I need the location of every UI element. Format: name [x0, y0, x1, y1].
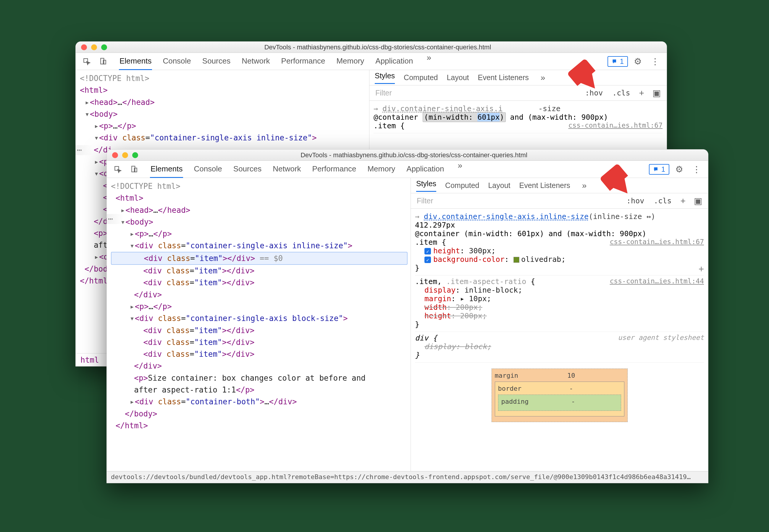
subtab-computed[interactable]: Computed: [445, 181, 479, 190]
more-tabs-icon[interactable]: »: [424, 53, 435, 70]
sidebar-toggle-icon[interactable]: ▣: [650, 88, 663, 98]
sidebar-toggle-icon[interactable]: ▣: [692, 196, 705, 206]
issues-badge[interactable]: 1: [649, 164, 669, 175]
box-model: margin10 border- padding-: [492, 369, 628, 422]
menu-icon[interactable]: ⋮: [689, 164, 704, 174]
gutter-ellipsis-icon: ⋯: [107, 214, 124, 224]
maximize-icon[interactable]: [132, 152, 138, 158]
subtab-styles[interactable]: Styles: [375, 72, 395, 84]
styles-subtabs: Styles Computed Layout Event Listeners »: [411, 178, 708, 193]
window-title: DevTools - mathiasbynens.github.io/css-d…: [112, 43, 667, 51]
subtab-layout[interactable]: Layout: [447, 73, 469, 82]
dom-node-selected[interactable]: <div class="item"></div> == $0: [111, 252, 408, 265]
subtab-computed[interactable]: Computed: [404, 73, 438, 82]
style-rule: user agent stylesheetdiv { display: bloc…: [415, 332, 704, 363]
tab-memory[interactable]: Memory: [367, 161, 396, 178]
inspect-icon[interactable]: [80, 56, 93, 67]
tab-sources[interactable]: Sources: [233, 161, 262, 178]
selector-link[interactable]: div.container-single-axis.inline-size: [424, 212, 589, 221]
window-title: DevTools - mathiasbynens.github.io/css-d…: [143, 151, 708, 159]
container-rule: @container (min-width: 601px) and (max-w…: [415, 229, 704, 238]
subtab-listeners[interactable]: Event Listeners: [478, 73, 529, 82]
source-link[interactable]: css-contain…ies.html:44: [610, 277, 704, 285]
new-rule-icon[interactable]: +: [678, 196, 688, 206]
style-rule: css-contain…ies.html:44.item, .item-aspe…: [415, 275, 704, 332]
subtab-styles[interactable]: Styles: [416, 179, 436, 192]
traffic-lights: [107, 152, 143, 158]
maximize-icon[interactable]: [101, 44, 107, 50]
tab-performance[interactable]: Performance: [281, 53, 326, 70]
tab-console[interactable]: Console: [193, 161, 222, 178]
tab-performance[interactable]: Performance: [312, 161, 357, 178]
inspect-icon[interactable]: [111, 164, 124, 175]
close-icon[interactable]: [81, 44, 87, 50]
tab-console[interactable]: Console: [162, 53, 191, 70]
tab-elements[interactable]: Elements: [150, 161, 183, 178]
source-link[interactable]: css-contain…ies.html:67: [569, 121, 663, 129]
more-subtabs-icon[interactable]: »: [579, 181, 590, 190]
tab-network[interactable]: Network: [272, 161, 301, 178]
subtab-layout[interactable]: Layout: [488, 181, 510, 190]
style-rule: → div.container-single-axis.inline-size(…: [415, 210, 704, 275]
style-rule: → div.container-single-axis.i -size @con…: [373, 103, 663, 133]
more-tabs-icon[interactable]: »: [455, 161, 466, 178]
checkbox-icon[interactable]: ✓: [425, 248, 431, 254]
tab-memory[interactable]: Memory: [336, 53, 365, 70]
tab-network[interactable]: Network: [241, 53, 270, 70]
tab-elements[interactable]: Elements: [119, 53, 152, 70]
device-mode-icon[interactable]: [127, 164, 141, 175]
tab-application[interactable]: Application: [406, 161, 445, 178]
titlebar: DevTools - mathiasbynens.github.io/css-d…: [107, 150, 708, 161]
dom-node[interactable]: <!DOCTYPE html>: [80, 72, 366, 84]
styles-subtabs: Styles Computed Layout Event Listeners »: [369, 70, 667, 85]
color-swatch-icon[interactable]: [514, 257, 519, 263]
selector-link[interactable]: div.container-single-axis.i: [382, 104, 503, 113]
more-subtabs-icon[interactable]: »: [538, 73, 548, 82]
minimize-icon[interactable]: [91, 44, 97, 50]
subtab-listeners[interactable]: Event Listeners: [519, 181, 570, 190]
dom-tree-panel: ⋯ <!DOCTYPE html> <html> ▸<head>…</head>…: [107, 178, 411, 471]
main-tabs: Elements Console Sources Network Perform…: [150, 161, 465, 178]
styles-panel: Styles Computed Layout Event Listeners »…: [411, 178, 708, 471]
settings-icon[interactable]: ⚙: [631, 56, 645, 67]
ua-stylesheet-note: user agent stylesheet: [618, 334, 704, 341]
close-icon[interactable]: [112, 152, 118, 158]
cls-button[interactable]: .cls: [651, 195, 674, 206]
rule-selector: .item {: [373, 121, 405, 130]
statusbar: devtools://devtools/bundled/devtools_app…: [107, 471, 708, 483]
dom-node[interactable]: <!DOCTYPE html>: [111, 180, 408, 192]
container-px: 412.297px: [415, 221, 704, 229]
device-mode-icon[interactable]: [96, 56, 110, 67]
menu-icon[interactable]: ⋮: [648, 56, 663, 67]
minimize-icon[interactable]: [122, 152, 128, 158]
tab-application[interactable]: Application: [375, 53, 414, 70]
filter-input[interactable]: Filter: [373, 87, 579, 98]
titlebar: DevTools - mathiasbynens.github.io/css-d…: [76, 42, 667, 53]
cls-button[interactable]: .cls: [609, 87, 633, 98]
issues-badge[interactable]: 1: [608, 56, 628, 67]
gutter-ellipsis-icon: ⋯: [76, 145, 93, 155]
crumb-html[interactable]: html: [80, 356, 99, 364]
checkbox-icon[interactable]: ✓: [425, 257, 431, 263]
traffic-lights: [76, 44, 112, 50]
devtools-window-front: DevTools - mathiasbynens.github.io/css-d…: [106, 149, 708, 483]
source-link[interactable]: css-contain…ies.html:67: [610, 238, 704, 246]
hov-button[interactable]: :hov: [624, 195, 647, 206]
tab-sources[interactable]: Sources: [202, 53, 231, 70]
issues-count: 1: [620, 57, 624, 66]
filter-input[interactable]: Filter: [415, 195, 620, 206]
add-property-icon[interactable]: +: [699, 264, 704, 274]
main-tabs: Elements Console Sources Network Perform…: [119, 53, 434, 70]
settings-icon[interactable]: ⚙: [672, 164, 686, 174]
issues-count: 1: [661, 165, 665, 173]
new-rule-icon[interactable]: +: [637, 88, 647, 98]
